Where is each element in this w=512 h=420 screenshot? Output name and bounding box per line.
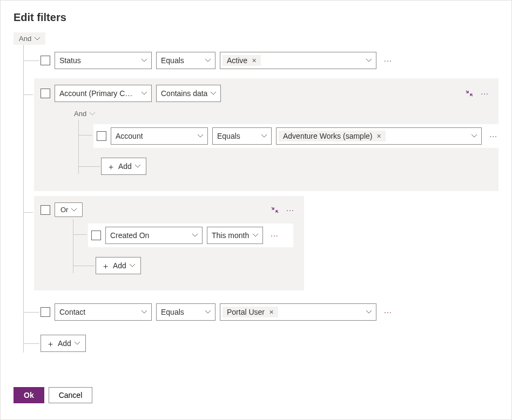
- remove-tag-icon[interactable]: ✕: [376, 133, 381, 140]
- row-checkbox[interactable]: [97, 131, 106, 141]
- chevron-down-icon: [366, 58, 372, 63]
- add-label: Add: [58, 339, 71, 348]
- add-label: Add: [113, 261, 126, 270]
- row-checkbox[interactable]: [41, 205, 50, 215]
- page-title: Edit filters: [14, 11, 498, 24]
- collapse-icon[interactable]: [271, 206, 279, 214]
- tag-text: Adventure Works (sample): [283, 132, 372, 140]
- add-condition-button[interactable]: ＋ Add: [41, 335, 86, 352]
- operator-select[interactable]: Equals: [212, 127, 272, 145]
- more-icon[interactable]: ···: [267, 231, 282, 240]
- field-label: Status: [59, 56, 81, 65]
- chevron-down-icon: [142, 91, 147, 96]
- chevron-down-icon: [130, 263, 135, 268]
- collapse-icon[interactable]: [466, 90, 473, 97]
- chevron-down-icon: [135, 164, 140, 169]
- tag-text: Portal User: [227, 308, 265, 316]
- plus-icon: ＋: [46, 340, 55, 348]
- field-select-account-pc[interactable]: Account (Primary Cont...: [55, 85, 152, 102]
- operator-label: Contains data: [161, 89, 207, 98]
- chevron-down-icon: [261, 133, 267, 139]
- group-operator-label: And: [19, 35, 31, 43]
- more-icon[interactable]: ···: [283, 206, 298, 214]
- value-input[interactable]: Adventure Works (sample) ✕: [276, 127, 482, 145]
- chevron-down-icon: [71, 207, 77, 213]
- chevron-down-icon: [198, 133, 203, 139]
- operator-select[interactable]: This month: [207, 227, 263, 244]
- group-operator-and[interactable]: And: [14, 32, 45, 45]
- plus-icon: ＋: [107, 162, 115, 171]
- operator-label: Equals: [161, 308, 184, 316]
- field-select-contact[interactable]: Contact: [55, 303, 152, 321]
- remove-tag-icon[interactable]: ✕: [252, 57, 257, 64]
- add-condition-button[interactable]: ＋ Add: [101, 158, 146, 175]
- field-select-status[interactable]: Status: [55, 52, 152, 69]
- more-icon[interactable]: ···: [381, 56, 395, 65]
- chevron-down-icon: [205, 58, 211, 63]
- add-condition-button[interactable]: ＋ Add: [96, 257, 141, 274]
- edit-filters-panel: Edit filters And Status Equals: [0, 0, 512, 420]
- add-label: Add: [118, 162, 132, 171]
- ok-button[interactable]: Ok: [14, 387, 44, 403]
- chevron-down-icon: [471, 133, 477, 139]
- row-checkbox[interactable]: [41, 307, 50, 317]
- chevron-down-icon: [211, 91, 216, 96]
- value-tag: Portal User ✕: [223, 307, 278, 317]
- field-label: Account: [116, 132, 143, 140]
- field-label: Contact: [59, 308, 85, 316]
- group-operator-label: And: [74, 110, 86, 118]
- chevron-down-icon: [192, 233, 198, 238]
- field-label: Account (Primary Cont...: [59, 89, 135, 98]
- chevron-down-icon: [142, 309, 147, 315]
- tag-text: Active: [227, 56, 247, 65]
- row-checkbox[interactable]: [41, 89, 50, 98]
- more-icon[interactable]: ···: [486, 132, 501, 140]
- chevron-down-icon: [366, 309, 372, 315]
- operator-label: This month: [212, 231, 249, 240]
- chevron-down-icon: [35, 36, 40, 42]
- chevron-down-icon: [90, 111, 95, 117]
- group-operator-and-inner[interactable]: And: [69, 107, 100, 120]
- chevron-down-icon: [253, 233, 258, 238]
- field-label: Created On: [110, 231, 149, 240]
- operator-select[interactable]: Equals: [156, 52, 215, 69]
- cancel-button[interactable]: Cancel: [49, 387, 93, 403]
- operator-select[interactable]: Equals: [156, 303, 215, 321]
- field-select-created-on[interactable]: Created On: [105, 227, 203, 244]
- field-select-account[interactable]: Account: [111, 127, 208, 145]
- row-checkbox[interactable]: [91, 231, 101, 240]
- value-tag: Active ✕: [223, 55, 261, 66]
- operator-label: Equals: [217, 132, 240, 140]
- group-operator-or[interactable]: Or: [55, 202, 83, 217]
- operator-label: Equals: [161, 56, 184, 65]
- row-checkbox[interactable]: [41, 56, 50, 65]
- operator-select[interactable]: Contains data: [156, 85, 221, 102]
- value-input[interactable]: Portal User ✕: [220, 303, 376, 321]
- chevron-down-icon: [142, 58, 147, 63]
- chevron-down-icon: [205, 309, 211, 315]
- remove-tag-icon[interactable]: ✕: [269, 309, 274, 316]
- plus-icon: ＋: [102, 262, 110, 270]
- more-icon[interactable]: ···: [477, 89, 492, 98]
- group-operator-label: Or: [60, 206, 68, 214]
- chevron-down-icon: [75, 341, 80, 346]
- value-tag: Adventure Works (sample) ✕: [279, 131, 386, 141]
- more-icon[interactable]: ···: [381, 308, 395, 316]
- value-input[interactable]: Active ✕: [220, 52, 376, 69]
